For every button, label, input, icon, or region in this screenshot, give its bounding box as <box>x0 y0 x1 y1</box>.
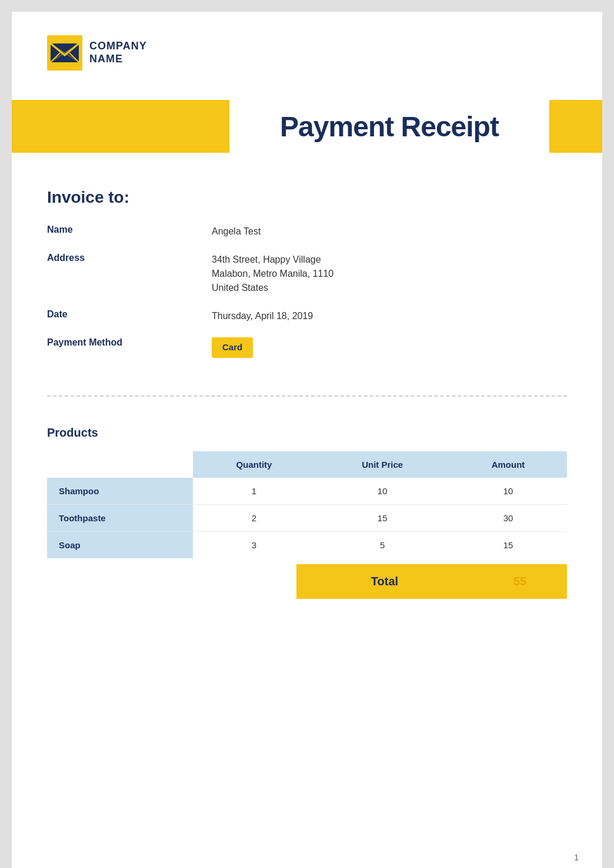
col-header-product <box>47 451 193 478</box>
address-value: 34th Street, Happy Village Malabon, Metr… <box>212 253 567 295</box>
payment-method-label: Payment Method <box>47 337 212 348</box>
total-value: 55 <box>473 564 567 599</box>
logo-area: COMPANY NAME <box>47 35 567 71</box>
date-value: Thursday, April 18, 2019 <box>212 309 567 323</box>
name-value: Angela Test <box>212 224 567 239</box>
payment-badge: Card <box>212 337 253 358</box>
total-row: Total 55 <box>47 564 567 599</box>
product-name-cell: Toothpaste <box>47 504 193 531</box>
divider-section <box>12 384 602 408</box>
table-row: Toothpaste21530 <box>47 504 567 531</box>
product-amount-cell: 15 <box>449 531 567 558</box>
invoice-section: Invoice to: Name Angela Test Address 34t… <box>12 153 602 384</box>
name-label: Name <box>47 224 212 235</box>
page-number: 1 <box>574 853 579 862</box>
product-amount-cell: 30 <box>449 504 567 531</box>
invoice-address-row: Address 34th Street, Happy Village Malab… <box>47 253 567 295</box>
product-quantity-cell: 2 <box>193 504 316 531</box>
col-header-quantity: Quantity <box>193 451 316 478</box>
col-header-unit-price: Unit Price <box>315 451 449 478</box>
products-section: Products Quantity Unit Price Amount Sham… <box>12 408 602 634</box>
product-unit-price-cell: 5 <box>315 531 449 558</box>
invoice-payment-method-row: Payment Method Card <box>47 337 567 358</box>
col-header-amount: Amount <box>449 451 567 478</box>
company-logo-icon <box>47 35 82 71</box>
title-bar-left-accent <box>12 100 229 153</box>
product-quantity-cell: 1 <box>193 478 316 505</box>
product-amount-cell: 10 <box>449 478 567 505</box>
company-name: COMPANY NAME <box>89 40 147 65</box>
total-label: Total <box>296 564 473 599</box>
invoice-name-row: Name Angela Test <box>47 224 567 239</box>
address-label: Address <box>47 253 212 263</box>
receipt-page: COMPANY NAME Payment Receipt Invoice to:… <box>12 12 602 868</box>
title-bar: Payment Receipt <box>12 100 602 153</box>
product-name-cell: Shampoo <box>47 478 193 505</box>
invoice-date-row: Date Thursday, April 18, 2019 <box>47 309 567 323</box>
products-heading: Products <box>47 426 567 440</box>
product-unit-price-cell: 15 <box>315 504 449 531</box>
total-box: Total 55 <box>296 564 567 599</box>
section-divider <box>47 396 567 397</box>
title-bar-right-accent <box>549 100 602 153</box>
product-unit-price-cell: 10 <box>315 478 449 505</box>
payment-method-value: Card <box>212 337 567 358</box>
invoice-to-heading: Invoice to: <box>47 188 567 207</box>
header-section: COMPANY NAME <box>12 12 602 88</box>
products-table: Quantity Unit Price Amount Shampoo11010T… <box>47 451 567 558</box>
date-label: Date <box>47 309 212 320</box>
product-name-cell: Soap <box>47 531 193 558</box>
table-row: Shampoo11010 <box>47 478 567 505</box>
table-row: Soap3515 <box>47 531 567 558</box>
title-bar-center: Payment Receipt <box>229 100 549 153</box>
page-title: Payment Receipt <box>280 110 499 143</box>
table-header-row: Quantity Unit Price Amount <box>47 451 567 478</box>
product-quantity-cell: 3 <box>193 531 316 558</box>
